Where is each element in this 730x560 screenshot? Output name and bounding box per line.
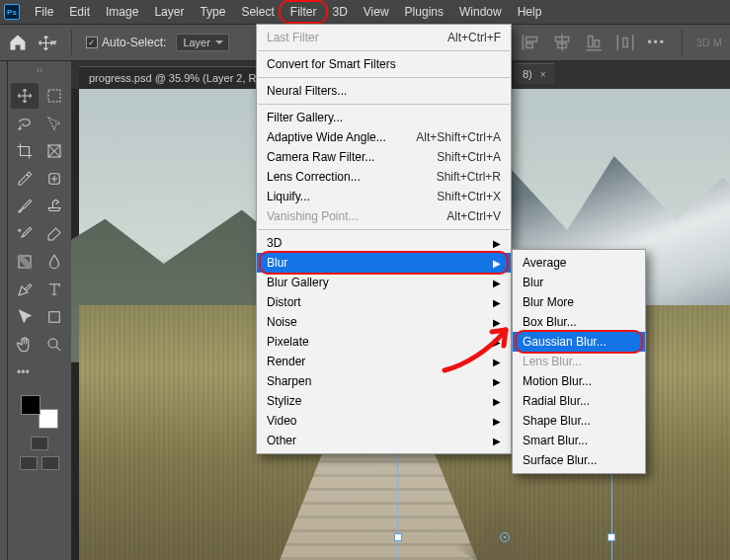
- gradient-tool[interactable]: [11, 249, 39, 275]
- menuitem-average[interactable]: Average: [513, 253, 645, 273]
- auto-select-target-dropdown[interactable]: Layer: [176, 34, 229, 51]
- background-color-swatch[interactable]: [39, 409, 58, 429]
- menuitem-camera-raw-filter[interactable]: Camera Raw Filter...Shift+Ctrl+A: [257, 147, 511, 167]
- menu-type[interactable]: Type: [193, 3, 232, 21]
- collapsed-panel-strip[interactable]: [0, 61, 8, 560]
- crop-tool[interactable]: [11, 138, 39, 164]
- tools-panel-grip[interactable]: ››: [11, 65, 68, 81]
- eraser-tool[interactable]: [41, 221, 68, 247]
- tab-fragment-text: 8): [523, 68, 532, 80]
- menu-image[interactable]: Image: [99, 3, 145, 21]
- menuitem-blur[interactable]: Blur: [513, 273, 645, 292]
- history-brush-tool[interactable]: [11, 221, 39, 247]
- menuitem-pixelate-submenu[interactable]: Pixelate▶: [257, 332, 511, 352]
- menuitem-other-submenu[interactable]: Other▶: [257, 431, 511, 450]
- menuitem-stylize-submenu[interactable]: Stylize▶: [257, 391, 511, 411]
- quickmask-toggle[interactable]: [31, 437, 48, 450]
- close-icon[interactable]: ×: [540, 69, 546, 80]
- align-left-icon[interactable]: [520, 32, 541, 53]
- menuitem-lens-blur[interactable]: Lens Blur...: [513, 352, 645, 371]
- document-tab-fragment[interactable]: 8) ×: [515, 63, 554, 84]
- transform-pivot[interactable]: [500, 532, 510, 542]
- menu-window[interactable]: Window: [452, 3, 509, 21]
- clone-stamp-tool[interactable]: [41, 194, 68, 219]
- quick-select-tool[interactable]: [41, 111, 68, 136]
- menuitem-gaussian-blur[interactable]: Gaussian Blur...: [513, 332, 645, 352]
- document-tab[interactable]: progress.psd @ 35.9% (Layer 2, R: [79, 66, 267, 89]
- document-tab-title: progress.psd @ 35.9% (Layer 2, R: [89, 72, 257, 84]
- color-swatches[interactable]: [19, 395, 60, 429]
- menuitem-vanishing-point[interactable]: Vanishing Point...Alt+Ctrl+V: [257, 206, 511, 226]
- chevron-right-icon: ▶: [493, 258, 501, 269]
- menuitem-blur-gallery-submenu[interactable]: Blur Gallery▶: [257, 273, 511, 292]
- menuitem-neural-filters[interactable]: Neural Filters...: [257, 81, 511, 101]
- menuitem-3d-submenu[interactable]: 3D▶: [257, 233, 511, 253]
- foreground-color-swatch[interactable]: [21, 395, 41, 415]
- menu-edit[interactable]: Edit: [62, 3, 97, 21]
- menuitem-liquify[interactable]: Liquify...Shift+Ctrl+X: [257, 187, 511, 206]
- edit-toolbar[interactable]: •••: [11, 360, 39, 385]
- menuitem-blur-more[interactable]: Blur More: [513, 292, 645, 312]
- menuitem-filter-gallery[interactable]: Filter Gallery...: [257, 108, 511, 127]
- marquee-tool[interactable]: [41, 83, 68, 109]
- menu-plugins[interactable]: Plugins: [398, 3, 450, 21]
- menuitem-video-submenu[interactable]: Video▶: [257, 411, 511, 431]
- menuitem-distort-submenu[interactable]: Distort▶: [257, 292, 511, 312]
- menuitem-smart-blur[interactable]: Smart Blur...: [513, 431, 645, 450]
- filter-menu-dropdown: Last FilterAlt+Ctrl+F Convert for Smart …: [256, 24, 512, 454]
- chevron-right-icon: ▶: [493, 317, 501, 328]
- menu-3d[interactable]: 3D: [325, 3, 354, 21]
- menu-help[interactable]: Help: [511, 3, 549, 21]
- menuitem-noise-submenu[interactable]: Noise▶: [257, 312, 511, 332]
- blur-tool[interactable]: [41, 249, 68, 275]
- auto-select-checkbox[interactable]: Auto-Select:: [86, 36, 166, 49]
- menu-file[interactable]: File: [28, 3, 60, 21]
- chevron-right-icon: ▶: [493, 337, 501, 348]
- align-bottom-icon[interactable]: [583, 32, 605, 53]
- menuitem-blur-submenu[interactable]: Blur▶: [257, 253, 511, 273]
- menu-select[interactable]: Select: [234, 3, 281, 21]
- distribute-icon[interactable]: [614, 32, 636, 53]
- svg-point-5: [48, 339, 57, 348]
- screenmode-toggle[interactable]: [20, 456, 38, 470]
- menuitem-radial-blur[interactable]: Radial Blur...: [513, 391, 645, 411]
- menuitem-sharpen-submenu[interactable]: Sharpen▶: [257, 371, 511, 391]
- chevron-right-icon: ▶: [493, 416, 501, 427]
- path-select-tool[interactable]: [11, 304, 39, 330]
- pen-tool[interactable]: [11, 277, 39, 302]
- menuitem-motion-blur[interactable]: Motion Blur...: [513, 371, 645, 391]
- type-tool[interactable]: [41, 277, 68, 302]
- 3d-mode-label[interactable]: 3D M: [696, 37, 722, 48]
- checkbox-icon: [86, 37, 98, 48]
- screenmode-toggle-2[interactable]: [41, 456, 59, 470]
- healing-brush-tool[interactable]: [41, 166, 68, 192]
- zoom-tool[interactable]: [41, 332, 68, 358]
- menu-filter[interactable]: Filter: [284, 3, 324, 21]
- transform-handle[interactable]: [608, 533, 615, 541]
- menu-bar: Ps File Edit Image Layer Type Select Fil…: [0, 0, 730, 24]
- chevron-right-icon: ▶: [493, 238, 501, 249]
- lasso-tool[interactable]: [11, 111, 39, 136]
- frame-tool[interactable]: [41, 138, 68, 164]
- shape-tool[interactable]: [41, 304, 68, 330]
- menuitem-lens-correction[interactable]: Lens Correction...Shift+Ctrl+R: [257, 167, 511, 187]
- move-tool-icon[interactable]: ▾: [38, 33, 57, 52]
- move-tool[interactable]: [11, 83, 39, 109]
- transform-handle[interactable]: [394, 533, 402, 541]
- hand-tool[interactable]: [11, 332, 39, 358]
- menuitem-last-filter[interactable]: Last FilterAlt+Ctrl+F: [257, 28, 511, 47]
- menu-view[interactable]: View: [357, 3, 396, 21]
- align-center-h-icon[interactable]: [551, 32, 573, 53]
- brush-tool[interactable]: [11, 194, 39, 219]
- menuitem-surface-blur[interactable]: Surface Blur...: [513, 450, 645, 470]
- auto-select-label: Auto-Select:: [102, 36, 166, 49]
- menuitem-convert-smart-filters[interactable]: Convert for Smart Filters: [257, 54, 511, 74]
- menuitem-adaptive-wide-angle[interactable]: Adaptive Wide Angle...Alt+Shift+Ctrl+A: [257, 127, 511, 147]
- eyedropper-tool[interactable]: [11, 166, 39, 192]
- more-options-icon[interactable]: •••: [646, 32, 668, 53]
- home-icon[interactable]: [8, 33, 28, 52]
- menuitem-box-blur[interactable]: Box Blur...: [513, 312, 645, 332]
- menuitem-shape-blur[interactable]: Shape Blur...: [513, 411, 645, 431]
- menu-layer[interactable]: Layer: [147, 3, 191, 21]
- menuitem-render-submenu[interactable]: Render▶: [257, 352, 511, 371]
